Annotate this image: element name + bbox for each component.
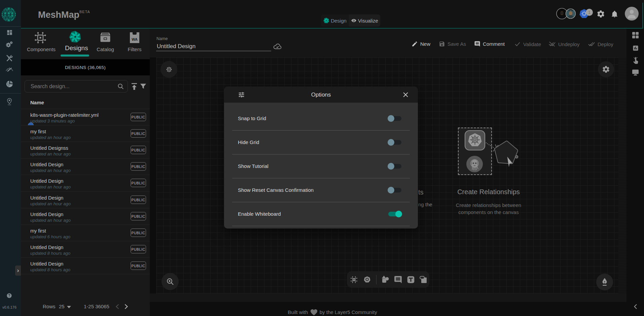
- svg-text:1: 1: [588, 10, 591, 15]
- svg-text:WA: WA: [132, 37, 138, 41]
